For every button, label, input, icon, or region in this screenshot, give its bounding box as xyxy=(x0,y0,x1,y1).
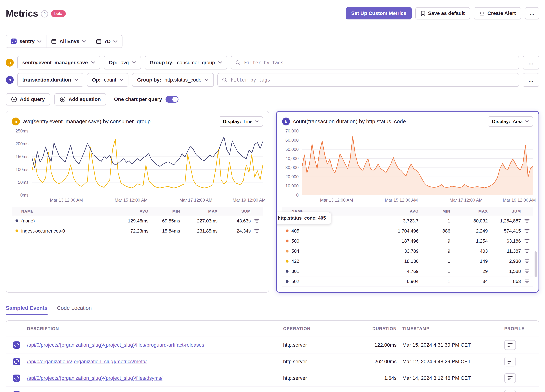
line-chart-svg xyxy=(32,131,263,195)
series-sum: 11,387 xyxy=(488,248,521,254)
series-max: 29 xyxy=(450,269,488,274)
tab-sampled-events[interactable]: Sampled Events xyxy=(6,305,48,315)
help-icon[interactable]: ? xyxy=(41,10,48,18)
col-profile: PROFILE xyxy=(499,326,539,331)
date-range-select[interactable]: 7D xyxy=(91,35,122,48)
profile-button[interactable] xyxy=(504,373,516,383)
save-as-default-button[interactable]: Save as default xyxy=(415,7,470,19)
metric-select-a[interactable]: sentry.event_manager.save xyxy=(17,56,100,69)
event-description-link[interactable]: /api/0/projects/{organization_slug}/{pro… xyxy=(27,342,283,348)
group-by-value: consumer_group xyxy=(177,60,215,66)
row-filter-icon[interactable] xyxy=(521,229,533,233)
ellipsis-icon: … xyxy=(528,77,534,83)
summary-table-row[interactable]: 50433.789940311,387 xyxy=(282,246,533,256)
row-filter-icon[interactable] xyxy=(251,229,263,233)
series-sum: 574,415 xyxy=(488,228,521,234)
filter-tags-input-a[interactable] xyxy=(243,60,514,66)
row-filter-icon[interactable] xyxy=(251,219,263,223)
display-select-a[interactable]: Display: Line xyxy=(219,116,263,127)
profile-button[interactable] xyxy=(504,357,516,367)
tab-code-location[interactable]: Code Location xyxy=(57,305,92,315)
profile-button[interactable] xyxy=(504,390,516,392)
event-operation: http.server xyxy=(283,375,346,381)
project-select[interactable]: sentry xyxy=(6,35,46,48)
col-duration: DURATION xyxy=(346,326,396,331)
summary-table-row[interactable]: 3014.7691291,588 xyxy=(282,266,533,276)
series-dot xyxy=(282,239,291,242)
events-table-header: DESCRIPTION OPERATION DURATION TIMESTAMP… xyxy=(6,321,539,337)
summary-table-row[interactable]: 42218.13611492,938 xyxy=(282,256,533,266)
chevron-down-icon xyxy=(218,61,222,64)
event-description-link[interactable]: /api/0/projects/{organization_slug}/{pro… xyxy=(27,375,283,381)
area-chart-plot[interactable] xyxy=(302,131,533,195)
query-overflow-button-a[interactable]: … xyxy=(523,56,539,69)
plus-circle-icon xyxy=(11,97,17,102)
series-min: 1 xyxy=(419,279,450,284)
environments-icon xyxy=(51,39,56,44)
series-tooltip: http.status_code: 405 xyxy=(276,212,331,224)
chart-title-a: avg(sentry.event_manager.save) by consum… xyxy=(23,118,215,125)
display-select-b[interactable]: Display: Area xyxy=(488,116,533,127)
add-query-button[interactable]: Add query xyxy=(6,93,50,105)
event-description-link[interactable]: /api/0/organizations/{organization_slug}… xyxy=(27,359,283,364)
chart-card-b[interactable]: b count(transaction.duration) by http.st… xyxy=(276,111,539,293)
summary-col-sum: SUM xyxy=(488,209,521,214)
chart-card-a[interactable]: a avg(sentry.event_manager.save) by cons… xyxy=(6,111,269,293)
y-axis-label: 0ms xyxy=(20,193,28,197)
series-max: 80,032 xyxy=(450,218,488,224)
profile-button[interactable] xyxy=(504,340,516,350)
series-name: ingest-occurrences-0 xyxy=(21,228,109,234)
events-table-body: /api/0/projects/{organization_slug}/{pro… xyxy=(6,337,539,392)
chevron-down-icon xyxy=(74,79,78,81)
summary-table-row[interactable]: (none)129.46ms69.55ms227.03ms43.63s xyxy=(12,216,263,226)
series-avg: 18.136 xyxy=(379,258,419,264)
calendar-icon xyxy=(96,39,101,44)
environment-select[interactable]: All Envs xyxy=(46,35,91,48)
op-value: count xyxy=(104,77,116,83)
table-scrollbar[interactable] xyxy=(535,251,537,277)
series-min: 69.55ms xyxy=(149,218,180,224)
series-sum: 24.34s xyxy=(217,228,251,234)
row-filter-icon[interactable] xyxy=(521,269,533,273)
create-alert-button[interactable]: Create Alert xyxy=(474,7,521,19)
summary-table-row[interactable]: 500187.49691,25463,186 xyxy=(282,236,533,246)
row-filter-icon[interactable] xyxy=(521,239,533,243)
summary-col-min: MIN xyxy=(419,209,450,214)
op-select-a[interactable]: Op: avg xyxy=(104,56,141,69)
row-filter-icon[interactable] xyxy=(521,279,533,283)
sentry-project-icon xyxy=(6,341,27,349)
search-icon xyxy=(235,60,241,65)
line-chart-plot[interactable] xyxy=(32,131,263,195)
group-by-select-b[interactable]: Group by: http.status_code xyxy=(132,73,214,87)
series-name: 422 xyxy=(291,258,379,264)
group-by-select-a[interactable]: Group by: consumer_group xyxy=(145,56,227,69)
series-max: 1,254 xyxy=(450,238,488,244)
y-axis-label: 60,000 xyxy=(285,138,299,142)
add-equation-label: Add equation xyxy=(68,97,101,102)
series-avg: 1,704.496 xyxy=(379,228,419,234)
series-sum: 43.63s xyxy=(217,218,251,224)
op-select-b[interactable]: Op: count xyxy=(87,73,129,87)
filter-tags-input-b[interactable] xyxy=(230,77,514,83)
one-chart-per-query-toggle[interactable] xyxy=(166,96,179,103)
row-filter-icon[interactable] xyxy=(521,219,533,223)
summary-col-max: MAX xyxy=(450,209,488,214)
summary-table-row[interactable]: ingest-occurrences-072.23ms15.84ms231.85… xyxy=(12,226,263,236)
query-actions-row: Add query Add equation One chart per que… xyxy=(6,93,539,105)
add-equation-button[interactable]: Add equation xyxy=(54,93,106,105)
sampled-events-table: DESCRIPTION OPERATION DURATION TIMESTAMP… xyxy=(6,320,539,392)
y-axis-label: 40,000 xyxy=(285,156,299,161)
row-filter-icon[interactable] xyxy=(521,249,533,253)
summary-table-row[interactable]: 5026.904134863 xyxy=(282,276,533,287)
query-overflow-button-b[interactable]: … xyxy=(523,73,539,87)
summary-col-sum: SUM xyxy=(217,209,251,214)
series-name: 502 xyxy=(291,279,379,284)
summary-table-row[interactable]: 4051,704.4968862,249574,415 xyxy=(282,226,533,236)
chevron-down-icon xyxy=(82,40,86,43)
setup-custom-metrics-button[interactable]: Set Up Custom Metrics xyxy=(346,7,412,19)
x-axis-label: Mar 15 12:00 AM xyxy=(385,198,418,203)
row-filter-icon[interactable] xyxy=(521,259,533,263)
page-overflow-menu-button[interactable]: … xyxy=(525,7,539,19)
metric-select-b[interactable]: transaction.duration xyxy=(17,73,83,87)
y-axis: 250ms200ms150ms100ms50ms0ms xyxy=(12,131,32,195)
